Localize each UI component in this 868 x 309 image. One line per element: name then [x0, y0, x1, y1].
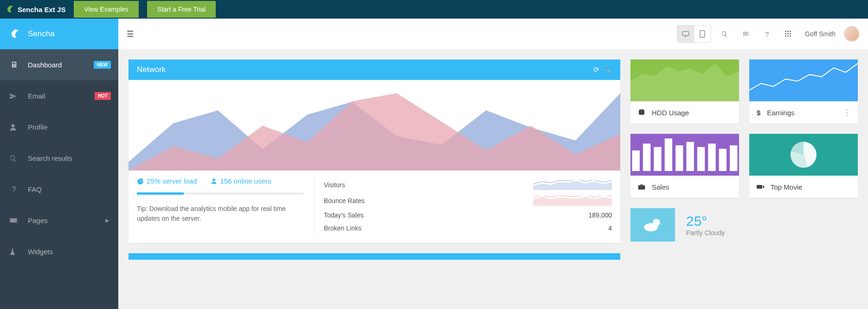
- hdd-card[interactable]: HDD Usage: [630, 59, 739, 124]
- svg-rect-12: [632, 151, 640, 171]
- brand-text: Sencha Ext JS: [18, 6, 65, 13]
- refresh-icon[interactable]: ⟳: [593, 66, 599, 74]
- brand: Sencha Ext JS: [6, 5, 65, 13]
- temperature: 25°: [686, 213, 725, 229]
- stat-broken-links: Broken Links 4: [324, 222, 612, 235]
- mail-icon[interactable]: ✉: [737, 26, 754, 42]
- sidebar-item-pages[interactable]: Pages ▶: [0, 205, 118, 236]
- stat-visitors: Visitors: [324, 177, 612, 193]
- svg-rect-6: [787, 33, 789, 34]
- view-examples-button[interactable]: View Examples: [74, 1, 138, 18]
- svg-rect-16: [675, 145, 683, 171]
- book-icon: [9, 217, 19, 224]
- username[interactable]: Goff Smith: [805, 30, 836, 38]
- movie-chart: [783, 138, 824, 171]
- desktop-view-button[interactable]: [677, 26, 694, 42]
- user-icon: [211, 178, 217, 184]
- start-trial-button[interactable]: Start a Free Trial: [147, 1, 216, 18]
- svg-rect-14: [654, 147, 661, 171]
- badge-new: NEW: [94, 61, 111, 69]
- card-label: HDD Usage: [652, 109, 689, 117]
- svg-rect-7: [790, 33, 791, 34]
- tip-text: Tip: Download the analytics mobile app f…: [137, 204, 304, 224]
- card-label: Earnings: [767, 109, 794, 117]
- stat-bounce: Bounce Rates: [324, 193, 612, 209]
- stat-today-sales: Today's Sales 189,000: [324, 209, 612, 222]
- sidebar-item-email[interactable]: Email HOT: [0, 80, 118, 112]
- svg-rect-1: [700, 31, 705, 38]
- progress-bar: [137, 192, 304, 195]
- card-label: Top Movie: [771, 183, 802, 191]
- svg-rect-10: [790, 35, 791, 37]
- pie-icon: [137, 178, 144, 184]
- sales-chart: [630, 134, 739, 176]
- help-icon[interactable]: ?: [759, 26, 775, 42]
- database-icon: [638, 109, 645, 116]
- badge-hot: HOT: [95, 92, 111, 100]
- avatar[interactable]: [844, 26, 860, 42]
- menu-toggle-icon[interactable]: ☰: [127, 29, 134, 39]
- svg-rect-0: [682, 32, 688, 36]
- briefcase-icon: [638, 184, 645, 190]
- svg-rect-5: [785, 33, 786, 34]
- card-label: Sales: [652, 183, 669, 191]
- sidebar-item-dashboard[interactable]: 🖥 Dashboard NEW: [0, 49, 118, 80]
- top-bar: Sencha Ext JS View Examples Start a Free…: [0, 0, 868, 19]
- svg-point-23: [644, 223, 658, 231]
- nav-label: Profile: [28, 123, 48, 131]
- dollar-icon: $: [757, 109, 760, 117]
- sidebar-item-faq[interactable]: ? FAQ: [0, 174, 118, 205]
- flask-icon: [9, 248, 19, 256]
- server-load-stat: 25% server load: [137, 177, 197, 185]
- more-icon[interactable]: ⋮: [843, 108, 850, 117]
- weather-widget: 25° Partly Cloudy: [630, 208, 858, 242]
- desktop-icon: 🖥: [9, 60, 19, 70]
- earnings-card[interactable]: $Earnings⋮: [749, 59, 858, 124]
- svg-rect-13: [643, 144, 650, 171]
- send-icon: [9, 92, 19, 100]
- sidebar: Sencha 🖥 Dashboard NEW Email HOT Profile…: [0, 19, 118, 309]
- svg-rect-19: [708, 144, 715, 171]
- bounce-sparkline: [533, 196, 612, 206]
- nav-label: Dashboard: [28, 61, 62, 69]
- svg-rect-2: [785, 31, 786, 32]
- nav-label: FAQ: [28, 185, 42, 193]
- sidebar-item-search[interactable]: Search results: [0, 143, 118, 174]
- svg-rect-4: [790, 31, 791, 32]
- movie-card[interactable]: Top Movie: [749, 134, 858, 198]
- svg-rect-8: [785, 35, 786, 37]
- nav-label: Widgets: [28, 248, 53, 256]
- sencha-leaf-icon: [6, 5, 14, 13]
- header: ☰ ✉ ? Goff Smith: [118, 19, 868, 49]
- weather-condition: Partly Cloudy: [686, 229, 725, 237]
- earnings-chart: [749, 59, 858, 101]
- online-users-stat: 156 online users: [211, 177, 271, 185]
- nav-label: Email: [28, 92, 45, 100]
- svg-rect-21: [730, 145, 737, 171]
- apps-icon[interactable]: [780, 26, 797, 42]
- panel-stub: [129, 253, 620, 260]
- header-search-icon[interactable]: [716, 26, 733, 42]
- visitors-sparkline: [533, 180, 612, 190]
- weather-icon: [630, 208, 675, 242]
- tablet-view-button[interactable]: [694, 26, 711, 42]
- question-icon: ?: [9, 185, 19, 194]
- nav-label: Search results: [28, 154, 72, 162]
- svg-rect-3: [787, 31, 789, 32]
- sencha-logo-icon: [9, 29, 19, 39]
- sales-card[interactable]: Sales: [630, 134, 739, 198]
- network-panel-header: Network ⟳ 🔧: [129, 59, 620, 80]
- sidebar-title: Sencha: [28, 29, 55, 39]
- sidebar-item-profile[interactable]: Profile: [0, 112, 118, 143]
- network-chart: [129, 80, 620, 171]
- svg-rect-18: [697, 147, 705, 171]
- svg-rect-9: [787, 35, 789, 37]
- svg-point-11: [639, 109, 644, 111]
- wrench-icon[interactable]: 🔧: [603, 66, 612, 74]
- device-toggle: [677, 25, 711, 43]
- sidebar-item-widgets[interactable]: Widgets: [0, 236, 118, 267]
- nav-label: Pages: [28, 217, 48, 224]
- video-icon: [757, 184, 764, 190]
- sidebar-header[interactable]: Sencha: [0, 19, 118, 49]
- user-icon: [9, 124, 19, 131]
